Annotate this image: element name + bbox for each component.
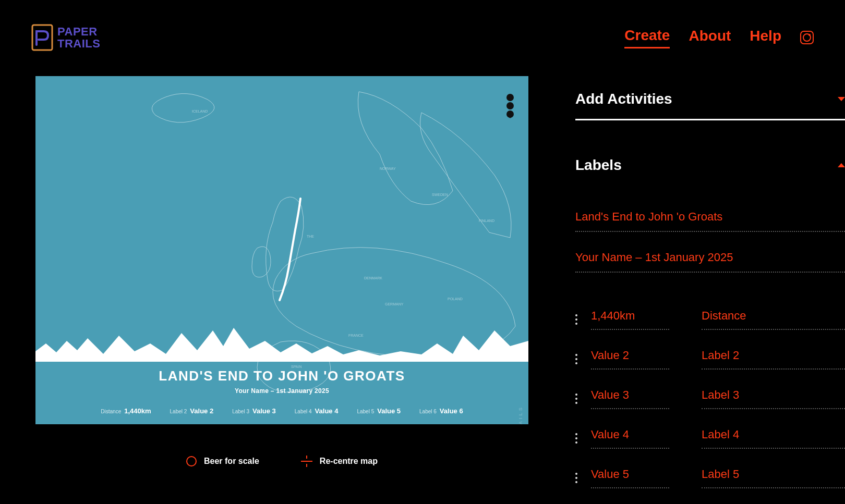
beer-scale-button[interactable]: Beer for scale <box>186 456 259 467</box>
svg-text:GERMANY: GERMANY <box>385 302 404 306</box>
map-legend: Beer for scale Re-centre map <box>35 456 528 467</box>
drag-handle-icon[interactable] <box>575 354 580 364</box>
logo-mark-icon <box>31 24 53 51</box>
svg-text:SWEDEN: SWEDEN <box>432 193 448 196</box>
panel-add-activities: Add Activities <box>575 91 845 120</box>
stat-value-input[interactable] <box>591 309 669 330</box>
map-stat: Label 3Value 3 <box>232 407 276 415</box>
stat-row <box>575 468 845 488</box>
main-nav: Create About Help <box>624 27 814 48</box>
panel-header-labels[interactable]: Labels <box>575 157 845 186</box>
crosshair-icon <box>301 456 312 467</box>
stat-row <box>575 428 845 449</box>
map-stat: Label 4Value 4 <box>295 407 339 415</box>
stat-value-input[interactable] <box>591 388 669 409</box>
stat-label-input[interactable] <box>702 468 845 488</box>
map-canvas[interactable]: ICELAND NORWAY SWEDEN FINLAND THE DENMAR… <box>35 76 528 424</box>
subtitle-input[interactable] <box>575 249 845 273</box>
stat-label-input[interactable] <box>702 349 845 370</box>
panel-header-add-activities[interactable]: Add Activities <box>575 91 845 120</box>
map-stat: Label 2Value 2 <box>170 407 214 415</box>
nav-create[interactable]: Create <box>624 27 670 48</box>
svg-text:POLAND: POLAND <box>448 297 463 301</box>
svg-text:THE: THE <box>307 235 314 238</box>
circle-icon <box>186 456 197 466</box>
map-column: ICELAND NORWAY SWEDEN FINLAND THE DENMAR… <box>35 76 528 467</box>
map-subtitle: Your Name – 1st January 2025 <box>35 387 528 395</box>
map-marker-stack <box>506 94 514 118</box>
map-pin-icon <box>506 110 514 118</box>
svg-text:ICELAND: ICELAND <box>192 109 208 113</box>
beer-scale-label: Beer for scale <box>204 457 259 466</box>
drag-handle-icon[interactable] <box>575 394 580 404</box>
map-stat: Label 5Value 5 <box>357 407 401 415</box>
chevron-up-icon <box>838 163 845 167</box>
map-stats: Distance1,440km Label 2Value 2 Label 3Va… <box>35 407 528 415</box>
header: PAPER TRAILS Create About Help <box>0 0 845 51</box>
stat-value-input[interactable] <box>591 468 669 488</box>
elevation-profile <box>35 315 528 362</box>
stat-value-input[interactable] <box>591 428 669 449</box>
sidebar: Add Activities Labels <box>575 76 845 504</box>
stat-label-input[interactable] <box>702 309 845 330</box>
drag-handle-icon[interactable] <box>575 314 580 325</box>
panel-title: Add Activities <box>575 91 672 107</box>
map-stat: Label 6Value 6 <box>419 407 463 415</box>
map-title: LAND'S END TO JOHN 'O GROATS <box>35 368 528 384</box>
chevron-down-icon <box>838 97 845 101</box>
stat-value-input[interactable] <box>591 349 669 370</box>
svg-text:NORWAY: NORWAY <box>380 167 396 170</box>
svg-text:FINLAND: FINLAND <box>479 219 494 223</box>
map-dot-icon <box>506 102 514 109</box>
title-input[interactable] <box>575 208 845 232</box>
recentre-button[interactable]: Re-centre map <box>301 456 378 467</box>
stat-label-input[interactable] <box>702 428 845 449</box>
panel-labels: Labels <box>575 157 845 504</box>
recentre-label: Re-centre map <box>320 457 378 466</box>
instagram-icon[interactable] <box>800 31 814 44</box>
drag-handle-icon[interactable] <box>575 473 580 483</box>
nav-help[interactable]: Help <box>750 28 781 47</box>
stat-row <box>575 349 845 370</box>
stat-row <box>575 309 845 330</box>
map-caption: LAND'S END TO JOHN 'O GROATS Your Name –… <box>35 368 528 415</box>
drag-handle-icon[interactable] <box>575 433 580 444</box>
svg-text:DENMARK: DENMARK <box>364 276 382 280</box>
main-content: ICELAND NORWAY SWEDEN FINLAND THE DENMAR… <box>0 51 845 504</box>
stat-label-input[interactable] <box>702 388 845 409</box>
logo[interactable]: PAPER TRAILS <box>31 24 100 51</box>
map-stat: Distance1,440km <box>101 407 151 415</box>
map-dot-icon <box>506 94 514 101</box>
svg-rect-0 <box>32 25 52 50</box>
stat-rows <box>575 309 845 504</box>
logo-text: PAPER TRAILS <box>57 26 100 50</box>
stat-row <box>575 388 845 409</box>
nav-about[interactable]: About <box>689 28 731 47</box>
panel-title: Labels <box>575 157 622 174</box>
